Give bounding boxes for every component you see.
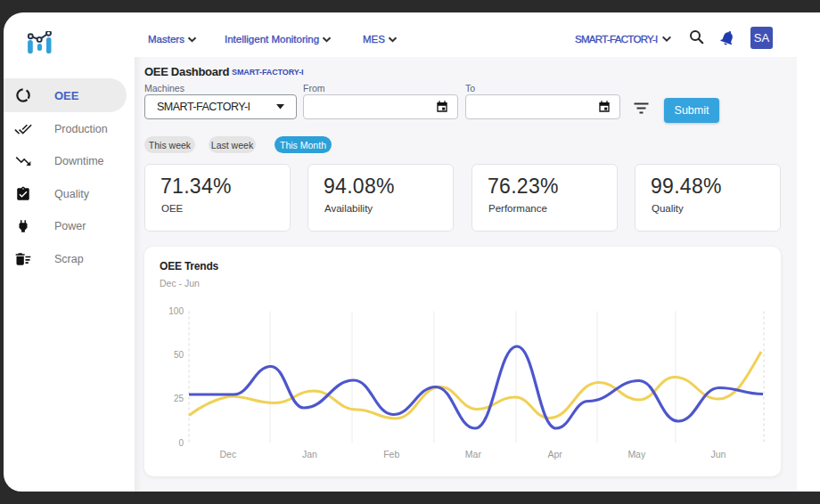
svg-text:Dec: Dec: [219, 449, 236, 459]
svg-text:100: 100: [168, 306, 184, 316]
svg-text:Feb: Feb: [383, 449, 399, 459]
svg-text:Jun: Jun: [711, 449, 726, 459]
svg-text:0: 0: [178, 438, 184, 448]
svg-text:Mar: Mar: [465, 449, 482, 459]
svg-text:50: 50: [174, 350, 184, 360]
svg-text:Jan: Jan: [302, 449, 317, 459]
svg-text:25: 25: [174, 394, 184, 403]
svg-text:May: May: [627, 449, 646, 459]
svg-text:Apr: Apr: [547, 449, 562, 459]
